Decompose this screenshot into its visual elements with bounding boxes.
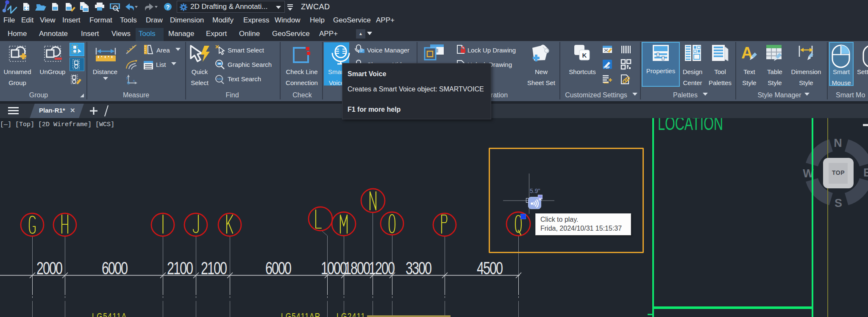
svg-text:PGP: PGP [604, 66, 610, 69]
svg-text:2000: 2000 [36, 258, 63, 278]
svg-text:6000: 6000 [265, 258, 292, 278]
svg-text:x: x [133, 79, 135, 83]
svg-text:S: S [835, 197, 842, 209]
svg-text:1800: 1800 [344, 258, 370, 278]
svg-text:E: E [863, 166, 868, 179]
svg-text:LG5411AR: LG5411AR [281, 311, 320, 317]
svg-text:y: y [126, 76, 128, 80]
svg-text:3300: 3300 [406, 258, 432, 278]
svg-text:N: N [834, 137, 842, 149]
svg-text:ABC: ABC [217, 77, 224, 81]
svg-text:6000: 6000 [102, 258, 128, 278]
svg-text:1000: 1000 [321, 258, 347, 278]
svg-text:LG5411A: LG5411A [92, 311, 126, 317]
svg-text:LOCATION: LOCATION [658, 118, 723, 134]
svg-text:1200: 1200 [369, 258, 395, 278]
svg-text:[—] [Top] [2D Wireframe] [WCS]: [—] [Top] [2D Wireframe] [WCS] [0, 121, 114, 128]
svg-text:K: K [582, 52, 587, 59]
svg-text:LG2411: LG2411 [337, 311, 365, 317]
svg-text:2100: 2100 [167, 258, 193, 278]
svg-text:?: ? [166, 4, 170, 11]
svg-text:2100: 2100 [201, 258, 227, 278]
svg-text:4500: 4500 [477, 258, 503, 278]
